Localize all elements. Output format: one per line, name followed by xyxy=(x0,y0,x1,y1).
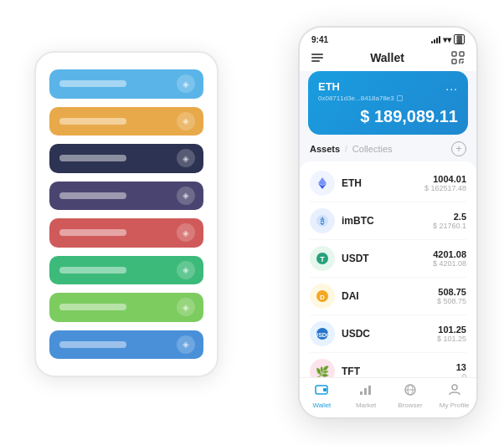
asset-amount-eth: 1004.01 xyxy=(424,174,466,184)
status-icons: ▾▾ ▓ xyxy=(431,34,465,44)
svg-text:USDC: USDC xyxy=(315,332,330,338)
eth-card-name: ETH xyxy=(318,80,340,93)
card-icon: ◈ xyxy=(177,335,195,354)
wallet-nav-icon xyxy=(315,383,328,400)
asset-amount-usdt: 4201.08 xyxy=(433,249,466,259)
usdt-icon: T xyxy=(310,246,335,271)
phone-header: Wallet xyxy=(300,48,476,71)
asset-name-usdt: USDT xyxy=(342,253,426,264)
svg-rect-2 xyxy=(452,59,456,64)
eth-card-balance: $ 189,089.11 xyxy=(318,107,458,126)
svg-text:D: D xyxy=(320,294,325,301)
eth-card-address: 0x08711d3e...8418a78e3 xyxy=(318,95,458,102)
asset-amount-usdc: 101.25 xyxy=(437,325,466,335)
page-title: Wallet xyxy=(370,51,404,64)
asset-amount-dai: 508.75 xyxy=(437,287,466,297)
list-item[interactable]: ◈ xyxy=(49,107,203,136)
nav-item-profile[interactable]: My Profile xyxy=(438,383,471,409)
asset-item-usdt[interactable]: T USDT 4201.08 $ 4201.08 xyxy=(300,240,476,277)
tab-collectibles[interactable]: Collecties xyxy=(352,144,393,154)
asset-amounts-imbtc: 2.5 $ 21760.1 xyxy=(433,212,466,230)
asset-usd-eth: $ 162517.48 xyxy=(424,184,466,192)
asset-item-tft[interactable]: 🌿 TFT 13 0 xyxy=(300,353,476,377)
usdc-icon: USDC xyxy=(310,321,335,346)
signal-icon xyxy=(431,36,440,43)
card-icon: ◈ xyxy=(177,74,195,93)
card-label xyxy=(59,267,126,274)
battery-icon: ▓ xyxy=(454,34,465,44)
card-label xyxy=(59,155,126,161)
dai-icon: D xyxy=(310,284,335,309)
svg-point-25 xyxy=(452,385,457,390)
card-icon: ◈ xyxy=(177,223,195,242)
asset-item-dai[interactable]: D DAI 508.75 $ 508.75 xyxy=(300,278,476,315)
list-item[interactable]: ◈ xyxy=(49,182,203,211)
card-label xyxy=(59,229,126,236)
asset-usd-dai: $ 508.75 xyxy=(437,297,466,305)
asset-amounts-eth: 1004.01 $ 162517.48 xyxy=(424,174,466,192)
asset-usd-usdc: $ 101.25 xyxy=(437,335,466,343)
imbtc-icon: ₿ xyxy=(310,208,335,233)
assets-header: Assets / Collecties + xyxy=(300,141,476,161)
asset-item-imbtc[interactable]: ₿ imBTC 2.5 $ 21760.1 xyxy=(300,202,476,239)
svg-rect-21 xyxy=(368,386,371,395)
eth-icon xyxy=(310,171,335,196)
background-phone: ◈ ◈ ◈ ◈ ◈ ◈ ◈ ◈ xyxy=(34,51,219,377)
asset-amounts-tft: 13 0 xyxy=(456,362,466,377)
copy-icon[interactable] xyxy=(397,95,403,101)
nav-item-browser[interactable]: Browser xyxy=(393,383,427,409)
eth-card[interactable]: ETH ... 0x08711d3e...8418a78e3 $ 189,089… xyxy=(308,71,468,135)
wallet-nav-label: Wallet xyxy=(312,402,331,409)
add-asset-button[interactable]: + xyxy=(451,141,466,156)
list-item[interactable]: ◈ xyxy=(49,256,203,285)
asset-amounts-dai: 508.75 $ 508.75 xyxy=(437,287,466,305)
list-item[interactable]: ◈ xyxy=(49,330,203,360)
assets-tabs: Assets / Collecties xyxy=(310,144,393,154)
card-label xyxy=(59,80,126,87)
status-bar: 9:41 ▾▾ ▓ xyxy=(300,28,476,48)
card-icon: ◈ xyxy=(177,261,195,279)
scan-icon[interactable] xyxy=(451,51,465,64)
menu-icon[interactable] xyxy=(311,54,323,62)
svg-marker-7 xyxy=(318,177,327,186)
nav-item-wallet[interactable]: Wallet xyxy=(305,383,338,409)
list-item[interactable]: ◈ xyxy=(49,218,203,248)
card-label xyxy=(59,304,126,310)
asset-name-usdc: USDC xyxy=(342,328,430,340)
tab-divider: / xyxy=(345,145,347,154)
tab-assets[interactable]: Assets xyxy=(310,144,340,154)
card-icon: ◈ xyxy=(177,187,195,205)
asset-item-eth[interactable]: ETH 1004.01 $ 162517.48 xyxy=(300,165,476,202)
asset-usd-imbtc: $ 21760.1 xyxy=(433,222,466,230)
foreground-phone: 9:41 ▾▾ ▓ Wallet xyxy=(298,26,478,419)
eth-card-more-button[interactable]: ... xyxy=(445,79,458,93)
card-icon: ◈ xyxy=(177,298,195,316)
asset-name-dai: DAI xyxy=(342,290,430,302)
card-icon: ◈ xyxy=(177,112,195,130)
list-item[interactable]: ◈ xyxy=(49,69,203,99)
market-nav-label: Market xyxy=(356,402,376,409)
card-icon: ◈ xyxy=(177,149,195,167)
card-label xyxy=(59,341,126,348)
bottom-nav: Wallet Market Browser My Profile xyxy=(300,377,476,417)
svg-rect-20 xyxy=(364,388,367,395)
asset-amounts-usdc: 101.25 $ 101.25 xyxy=(437,325,466,343)
nav-item-market[interactable]: Market xyxy=(349,383,383,409)
tft-icon: 🌿 xyxy=(310,359,335,377)
card-label xyxy=(59,192,126,199)
svg-rect-19 xyxy=(360,391,363,395)
svg-text:T: T xyxy=(320,255,325,263)
svg-rect-0 xyxy=(452,52,456,56)
asset-name-imbtc: imBTC xyxy=(342,215,426,227)
svg-rect-18 xyxy=(323,388,327,391)
list-item[interactable]: ◈ xyxy=(49,293,203,322)
list-item[interactable]: ◈ xyxy=(49,144,203,173)
browser-nav-icon xyxy=(404,383,417,400)
asset-item-usdc[interactable]: USDC USDC 101.25 $ 101.25 xyxy=(300,315,476,352)
wifi-icon: ▾▾ xyxy=(443,35,451,44)
eth-card-top: ETH ... xyxy=(318,79,458,93)
asset-list: ETH 1004.01 $ 162517.48 ₿ imBTC 2.5 $ 21… xyxy=(300,161,476,377)
profile-nav-label: My Profile xyxy=(440,402,470,409)
card-label xyxy=(59,118,126,125)
asset-amounts-usdt: 4201.08 $ 4201.08 xyxy=(433,249,466,268)
